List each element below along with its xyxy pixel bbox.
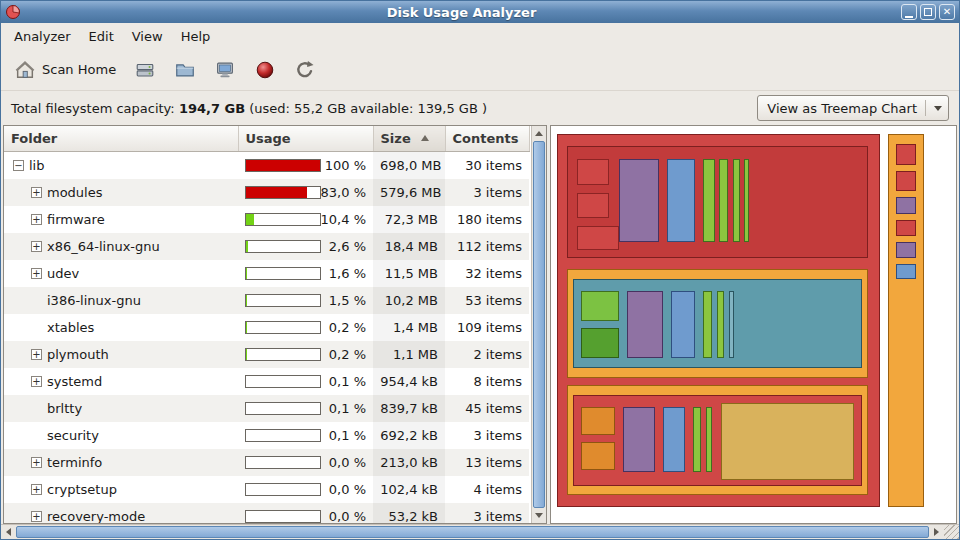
table-row[interactable]: security 0,1 % 692,2 kB 3 items [4, 422, 529, 449]
size-value: 692,2 kB [373, 422, 445, 449]
treemap-rect-b3-orange-1[interactable] [581, 407, 615, 435]
scan-filesystem-button[interactable] [127, 54, 163, 86]
treemap-rect-b3-blue[interactable] [663, 407, 685, 472]
treemap-rect-b1-green-1[interactable] [703, 159, 714, 242]
column-header-folder[interactable]: Folder [4, 126, 238, 151]
size-value: 839,7 kB [373, 395, 445, 422]
contents-value: 8 items [445, 368, 529, 395]
treemap-rect-s-blue-1[interactable] [896, 264, 916, 280]
scan-home-button[interactable]: Scan Home [7, 54, 123, 86]
scan-remote-button[interactable] [207, 54, 243, 86]
table-row[interactable]: + udev 1,6 % 11,5 MB 32 items [4, 260, 529, 287]
contents-value: 2 items [445, 341, 529, 368]
minimize-button[interactable] [901, 4, 917, 20]
combo-separator [925, 100, 926, 116]
treemap-rect-b3-purple[interactable] [623, 407, 655, 472]
menu-view[interactable]: View [123, 25, 172, 48]
menu-analyzer[interactable]: Analyzer [5, 25, 80, 48]
treemap-rect-b3-green-2[interactable] [706, 407, 712, 472]
treemap-rect-b1-green-2[interactable] [719, 159, 728, 242]
menubar: Analyzer Edit View Help [1, 23, 959, 49]
treemap-rect-b1-red-2[interactable] [577, 193, 609, 219]
scroll-down-button[interactable] [532, 508, 546, 523]
vertical-scrollbar[interactable] [531, 126, 546, 523]
usage-percent: 2,6 % [329, 239, 366, 254]
table-row[interactable]: i386-linux-gnu 1,5 % 10,2 MB 53 items [4, 287, 529, 314]
table-row[interactable]: xtables 0,2 % 1,4 MB 109 items [4, 314, 529, 341]
tree-indent [11, 327, 31, 328]
table-row[interactable]: brltty 0,1 % 839,7 kB 45 items [4, 395, 529, 422]
expander-icon[interactable]: + [31, 511, 42, 522]
treemap-rect-s-purple-1[interactable] [896, 197, 916, 215]
contents-value: 180 items [445, 206, 529, 233]
stop-button[interactable] [247, 54, 283, 86]
treemap-rect-s-purple-2[interactable] [896, 242, 916, 258]
treemap-rect-b1-red-1[interactable] [577, 159, 609, 185]
treemap-rect-b2-green-1[interactable] [581, 291, 619, 320]
resize-grip[interactable] [944, 525, 959, 539]
menu-edit[interactable]: Edit [80, 25, 123, 48]
treemap-rect-b1-purple[interactable] [619, 159, 659, 242]
table-row[interactable]: + x86_64-linux-gnu 2,6 % 18,4 MB 112 ite… [4, 233, 529, 260]
refresh-button[interactable] [287, 54, 323, 86]
expander-icon[interactable]: + [31, 457, 42, 468]
scroll-up-button[interactable] [532, 126, 546, 141]
expander-icon[interactable]: + [31, 187, 42, 198]
treemap-rect-s-red-1[interactable] [896, 144, 916, 166]
treemap-rect-b2-blue[interactable] [671, 291, 695, 358]
treemap-rect-b1-blue[interactable] [667, 159, 695, 242]
table-row[interactable]: + modules 83,0 % 579,6 MB 3 items [4, 179, 529, 206]
maximize-icon [924, 8, 932, 16]
chevron-down-icon [934, 106, 942, 111]
treemap-rect-b3-gold[interactable] [721, 403, 853, 480]
table-row[interactable]: − lib 100 % 698,0 MB 30 items [4, 151, 529, 179]
folder-label: i386-linux-gnu [47, 293, 141, 308]
usage-percent: 0,1 % [329, 428, 366, 443]
column-header-usage[interactable]: Usage [238, 126, 373, 151]
column-header-contents[interactable]: Contents [445, 126, 529, 151]
treemap-rect-b3-orange-2[interactable] [581, 442, 615, 470]
vertical-scroll-thumb[interactable] [533, 141, 545, 508]
expander-icon[interactable]: + [31, 484, 42, 495]
treemap-rect-b2-teal-bar[interactable] [729, 291, 734, 358]
horizontal-scroll-thumb[interactable] [16, 526, 929, 538]
treemap-rect-s-red-3[interactable] [896, 220, 916, 236]
scroll-left-button[interactable] [1, 525, 16, 539]
scan-folder-button[interactable] [167, 54, 203, 86]
horizontal-scrollbar[interactable] [1, 524, 959, 539]
expander-icon[interactable]: + [31, 376, 42, 387]
treemap-rect-b2-green-3[interactable] [703, 291, 712, 358]
expander-icon[interactable]: + [31, 268, 42, 279]
view-selector-dropdown[interactable]: View as Treemap Chart [757, 95, 949, 121]
usage-percent: 0,1 % [329, 401, 366, 416]
treemap-rect-b2-purple[interactable] [627, 291, 663, 358]
close-button[interactable]: ✕ [939, 4, 955, 20]
maximize-button[interactable] [920, 4, 936, 20]
treemap-pane [550, 125, 957, 524]
folder-label: lib [29, 158, 44, 173]
treemap-rect-b1-green-4[interactable] [744, 159, 749, 242]
treemap-rect-b2-green-2[interactable] [581, 328, 619, 357]
table-row[interactable]: + firmware 10,4 % 72,3 MB 180 items [4, 206, 529, 233]
expander-icon[interactable]: + [31, 349, 42, 360]
table-row[interactable]: + systemd 0,1 % 954,4 kB 8 items [4, 368, 529, 395]
treemap-rect-b1-red-3[interactable] [577, 226, 619, 250]
size-value: 53,2 kB [373, 503, 445, 524]
treemap-rect-s-red-2[interactable] [896, 171, 916, 191]
table-row[interactable]: + cryptsetup 0,0 % 102,4 kB 4 items [4, 476, 529, 503]
scroll-right-button[interactable] [929, 525, 944, 539]
titlebar[interactable]: Disk Usage Analyzer ✕ [1, 1, 959, 23]
treemap-rect-b2-green-4[interactable] [717, 291, 723, 358]
table-row[interactable]: + terminfo 0,0 % 213,0 kB 13 items [4, 449, 529, 476]
treemap-rect-b3-green-1[interactable] [693, 407, 701, 472]
column-header-size[interactable]: Size [373, 126, 445, 151]
table-row[interactable]: + recovery-mode 0,0 % 53,2 kB 3 items [4, 503, 529, 524]
usage-bar [245, 267, 321, 280]
expander-icon[interactable]: + [31, 214, 42, 225]
menu-help[interactable]: Help [172, 25, 220, 48]
folder-table-body: − lib 100 % 698,0 MB 30 items + modules … [4, 151, 529, 523]
expander-icon[interactable]: + [31, 241, 42, 252]
table-row[interactable]: + plymouth 0,2 % 1,1 MB 2 items [4, 341, 529, 368]
expander-icon[interactable]: − [13, 160, 24, 171]
treemap-rect-b1-green-3[interactable] [733, 159, 739, 242]
